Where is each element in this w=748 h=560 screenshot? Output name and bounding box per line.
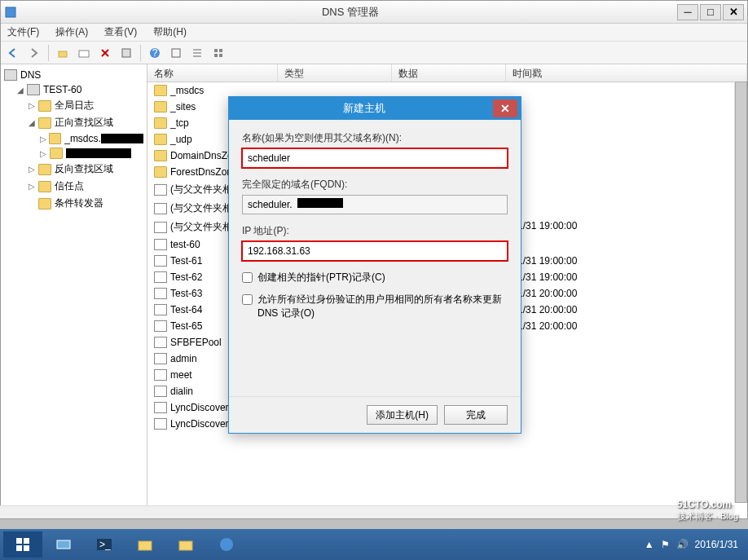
tree-msdcs[interactable]: ▷ _msdcs. [4, 131, 143, 146]
redacted-text [297, 198, 343, 208]
tray-clock[interactable]: 2016/1/31 [695, 539, 738, 550]
tray-flag-icon[interactable]: ⚑ [661, 539, 670, 550]
vertical-scrollbar[interactable] [734, 82, 747, 503]
grid-button[interactable] [209, 44, 227, 62]
properties-button[interactable] [117, 44, 135, 62]
menubar: 文件(F) 操作(A) 查看(V) 帮助(H) [1, 24, 747, 42]
file-icon [154, 353, 167, 364]
svg-rect-0 [6, 7, 15, 17]
app-icon [4, 6, 17, 19]
tree-conditional-forwarders[interactable]: 条件转发器 [4, 195, 143, 212]
minimize-button[interactable]: ─ [677, 4, 698, 20]
svg-rect-19 [179, 541, 192, 550]
forward-button[interactable] [25, 44, 43, 62]
folder-button[interactable] [75, 44, 93, 62]
fqdn-input [242, 195, 508, 214]
tree-trust-points[interactable]: ▷ 信任点 [4, 178, 143, 195]
expand-icon[interactable]: ▷ [27, 182, 37, 192]
dialog-close-button[interactable]: ✕ [493, 99, 517, 117]
list-button[interactable] [188, 44, 206, 62]
folder-icon [38, 198, 51, 209]
menu-action[interactable]: 操作(A) [52, 24, 91, 41]
file-icon [154, 402, 167, 413]
task-explorer[interactable] [125, 531, 165, 558]
taskbar: >_ ▲ ⚑ 🔊 2016/1/31 [0, 529, 748, 560]
tree-panel[interactable]: DNS ◢ TEST-60 ▷ 全局日志 ◢ 正向查找区域 ▷ _msdcs. [1, 64, 147, 518]
tree-server[interactable]: ◢ TEST-60 [4, 82, 143, 97]
dialog-body: 名称(如果为空则使用其父域名称)(N): 完全限定的域名(FQDN): IP 地… [229, 120, 521, 396]
file-icon [154, 320, 167, 332]
file-icon [154, 288, 167, 299]
horizontal-scrollbar[interactable] [0, 505, 735, 518]
column-type[interactable]: 类型 [278, 64, 392, 82]
auth-checkbox[interactable] [242, 294, 253, 305]
tree-forward-zones[interactable]: ◢ 正向查找区域 [4, 114, 143, 131]
add-host-button[interactable]: 添加主机(H) [367, 405, 438, 425]
system-tray[interactable]: ▲ ⚑ 🔊 2016/1/31 [645, 539, 745, 550]
folder-icon [154, 85, 167, 96]
menu-view[interactable]: 查看(V) [101, 24, 140, 41]
name-label: 名称(如果为空则使用其父域名称)(N): [242, 131, 508, 145]
file-icon [154, 304, 167, 315]
start-button[interactable] [3, 531, 42, 558]
svg-text:?: ? [152, 47, 158, 59]
tray-flag-icon[interactable]: ▲ [645, 539, 654, 550]
collapse-icon[interactable]: ◢ [27, 118, 37, 128]
svg-rect-12 [24, 538, 29, 544]
watermark: 51CTO.com 技术博客 · Blog [677, 499, 738, 523]
expand-icon[interactable]: ▷ [27, 165, 37, 174]
dialog-title: 新建主机 [235, 101, 493, 116]
svg-rect-8 [219, 49, 222, 52]
back-button[interactable] [4, 44, 22, 62]
folder-icon [38, 164, 51, 175]
ip-input[interactable] [242, 241, 508, 261]
column-timestamp[interactable]: 时间戳 [506, 64, 747, 82]
menu-help[interactable]: 帮助(H) [150, 24, 190, 41]
folder-icon [154, 134, 167, 145]
dns-icon [4, 69, 17, 81]
tree-domain-redacted[interactable]: ▷ [4, 146, 143, 161]
delete-button[interactable] [96, 44, 114, 62]
auth-label: 允许所有经过身份验证的用户用相同的所有者名称来更新 DNS 记录(O) [257, 293, 508, 320]
task-explorer-2[interactable] [166, 531, 205, 558]
scrollbar-thumb[interactable] [735, 82, 747, 503]
ptr-checkbox[interactable] [242, 272, 253, 283]
up-button[interactable] [54, 44, 72, 62]
svg-rect-9 [214, 54, 218, 57]
collapse-icon[interactable]: ◢ [15, 85, 25, 95]
folder-icon [38, 181, 51, 192]
folder-icon [154, 166, 167, 178]
name-input[interactable] [242, 148, 508, 168]
folder-icon [50, 148, 63, 159]
column-name[interactable]: 名称 [147, 64, 278, 82]
server-icon [27, 84, 40, 95]
svg-rect-2 [79, 51, 89, 57]
expand-icon[interactable]: ▷ [27, 101, 37, 111]
list-header: 名称 类型 数据 时间戳 [147, 64, 747, 82]
file-icon [154, 222, 167, 233]
svg-rect-6 [172, 49, 180, 57]
dialog-titlebar[interactable]: 新建主机 ✕ [229, 97, 521, 120]
task-server-manager[interactable] [44, 531, 83, 558]
done-button[interactable]: 完成 [444, 405, 508, 425]
expand-icon[interactable]: ▷ [38, 134, 47, 143]
file-icon [154, 203, 167, 214]
refresh-button[interactable] [167, 44, 185, 62]
maximize-button[interactable]: □ [700, 4, 721, 20]
task-powershell[interactable]: >_ [85, 531, 124, 558]
file-icon [154, 239, 167, 250]
file-icon [154, 184, 167, 196]
tray-network-icon[interactable]: 🔊 [676, 539, 689, 550]
help-button[interactable]: ? [146, 44, 164, 62]
svg-rect-7 [214, 49, 218, 52]
file-icon [154, 418, 167, 430]
tree-root-dns[interactable]: DNS [4, 68, 143, 82]
close-button[interactable]: ✕ [723, 4, 744, 20]
tree-global-logs[interactable]: ▷ 全局日志 [4, 97, 143, 114]
expand-icon[interactable]: ▷ [38, 148, 48, 158]
menu-file[interactable]: 文件(F) [4, 24, 42, 41]
tree-reverse-zones[interactable]: ▷ 反向查找区域 [4, 161, 143, 178]
task-dns[interactable] [207, 531, 246, 558]
toolbar: ? [1, 42, 747, 64]
column-data[interactable]: 数据 [392, 64, 506, 82]
